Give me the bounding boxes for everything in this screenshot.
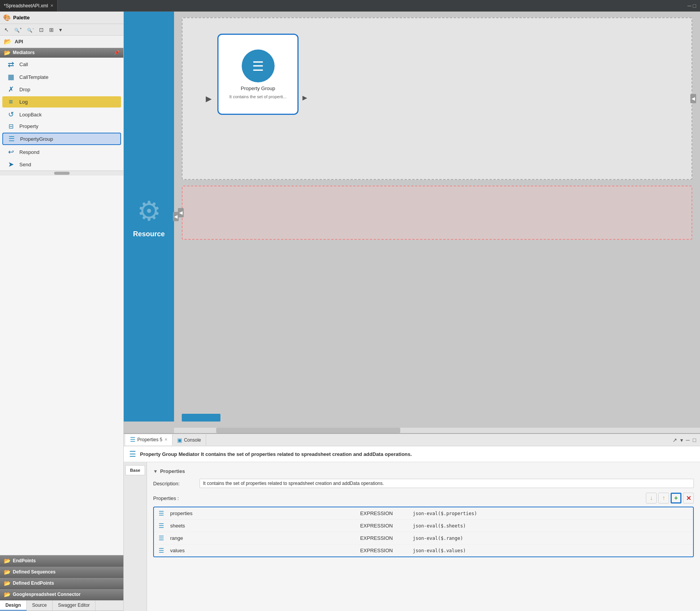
row-value-properties: json-eval($.properties) bbox=[413, 511, 688, 516]
arrow-out-icon: ▶ bbox=[302, 94, 307, 101]
lower-export-btn[interactable]: ↗ bbox=[672, 436, 678, 444]
properties-tab-label: Properties 5 bbox=[137, 437, 162, 442]
tab-source[interactable]: Source bbox=[27, 601, 53, 611]
minimize-btn[interactable]: ─ bbox=[688, 3, 691, 9]
property-label: Property bbox=[19, 123, 38, 129]
description-input[interactable] bbox=[200, 479, 694, 488]
row-type-sheets: EXPRESSION bbox=[360, 523, 406, 529]
grid-btn[interactable]: ⊞ bbox=[47, 26, 56, 34]
row-icon-properties: ☰ bbox=[159, 510, 164, 517]
api-folder-icon: 📂 bbox=[4, 38, 12, 45]
resource-gear-icon: ⚙ bbox=[137, 195, 161, 227]
api-section[interactable]: 📂 API bbox=[0, 36, 123, 48]
palette-item-loopback[interactable]: ↺ LoopBack bbox=[0, 108, 123, 121]
properties-tab-icon: ☰ bbox=[130, 436, 135, 443]
defined-sequences-section[interactable]: 📂 Defined Sequences bbox=[0, 567, 123, 578]
mediators-section-header[interactable]: 📂 Mediators 📌 bbox=[0, 48, 123, 58]
palette-toolbar: ↖ 🔍+ 🔍- ⊡ ⊞ ▾ bbox=[0, 24, 123, 36]
tab-bar: *SpreadsheetAPI.xml ✕ ─ □ bbox=[0, 0, 700, 12]
properties-actions-row: Properties : ↓ ↑ + ✕ bbox=[153, 493, 694, 503]
connector-section[interactable]: 📂 Googlespreadsheet Connector bbox=[0, 589, 123, 600]
resource-block: ⚙ Resource ◀ bbox=[124, 12, 174, 422]
resource-bottom-bar bbox=[182, 414, 220, 422]
endpoints-section[interactable]: 📂 EndPoints bbox=[0, 555, 123, 567]
palette-item-property[interactable]: ⊟ Property bbox=[0, 121, 123, 132]
lower-menu-btn[interactable]: ▾ bbox=[680, 436, 684, 444]
palette-scroll-thumb bbox=[54, 172, 70, 175]
respond-icon: ↩ bbox=[6, 148, 15, 156]
call-label: Call bbox=[19, 61, 28, 67]
file-tab-label: *SpreadsheetAPI.xml bbox=[4, 3, 48, 9]
bottom-flow-box: ◀ bbox=[182, 186, 692, 240]
desc-icon: ☰ bbox=[129, 449, 136, 459]
pg-node-icon: ☰ bbox=[242, 49, 275, 82]
editor-tabs: Design Source Swagger Editor bbox=[0, 600, 123, 611]
table-row[interactable]: ☰ properties EXPRESSION json-eval($.prop… bbox=[154, 507, 693, 520]
row-name-range: range bbox=[170, 535, 354, 541]
file-tab[interactable]: *SpreadsheetAPI.xml ✕ bbox=[0, 0, 58, 11]
pin-btn[interactable]: 📌 bbox=[114, 50, 120, 55]
row-name-sheets: sheets bbox=[170, 523, 354, 529]
add-property-btn[interactable]: + bbox=[671, 493, 681, 503]
drop-icon: ✗ bbox=[6, 85, 15, 94]
loopback-label: LoopBack bbox=[19, 112, 42, 118]
select-tool-btn[interactable]: ↖ bbox=[2, 26, 11, 34]
move-down-btn[interactable]: ↓ bbox=[646, 493, 657, 503]
canvas-area: ⚙ Resource ◀ ▶ ▶ ☰ bbox=[124, 12, 700, 433]
maximize-btn[interactable]: □ bbox=[693, 3, 696, 9]
tab-design[interactable]: Design bbox=[0, 601, 27, 611]
lower-maximize-btn[interactable]: □ bbox=[692, 436, 697, 444]
description-row: Description: bbox=[153, 479, 694, 488]
remove-property-btn[interactable]: ✕ bbox=[683, 493, 694, 503]
palette-item-respond[interactable]: ↩ Respond bbox=[0, 146, 123, 158]
console-tab[interactable]: ▣ Console bbox=[172, 434, 206, 445]
base-sidebar-tab[interactable]: Base bbox=[125, 465, 145, 475]
table-row[interactable]: ☰ range EXPRESSION json-eval($.range) bbox=[154, 532, 693, 544]
defined-sequences-label: Defined Sequences bbox=[13, 569, 56, 575]
properties-tab[interactable]: ☰ Properties 5 ✕ bbox=[125, 434, 172, 445]
bottom-sections: 📂 EndPoints 📂 Defined Sequences 📂 Define… bbox=[0, 555, 123, 600]
lower-minimize-btn[interactable]: ─ bbox=[685, 436, 691, 444]
extra-btn[interactable]: ▾ bbox=[57, 26, 64, 34]
palette-item-propertygroup[interactable]: ☰ PropertyGroup bbox=[2, 133, 121, 145]
palette-item-send[interactable]: ➤ Send bbox=[0, 158, 123, 171]
palette-scroll-indicator bbox=[0, 171, 123, 176]
defined-endpoints-label: Defined EndPoints bbox=[13, 580, 54, 586]
calltemplate-icon: ▦ bbox=[6, 73, 15, 81]
lower-tabs-row: ☰ Properties 5 ✕ ▣ Console ↗ ▾ ─ □ bbox=[124, 434, 700, 446]
row-type-values: EXPRESSION bbox=[360, 548, 406, 553]
pg-node-sublabel: It contains the set of properti... bbox=[229, 94, 287, 99]
property-icon: ⊟ bbox=[6, 123, 15, 130]
palette-item-drop[interactable]: ✗ Drop bbox=[0, 83, 123, 96]
palette-item-calltemplate[interactable]: ▦ CallTemplate bbox=[0, 71, 123, 83]
defined-endpoints-section[interactable]: 📂 Defined EndPoints bbox=[0, 578, 123, 589]
collapse-arrow-right[interactable]: ◀ bbox=[690, 94, 696, 103]
endpoints-label: EndPoints bbox=[13, 558, 36, 563]
palette-items-list: ⇄ Call ▦ CallTemplate ✗ Drop ≡ Log bbox=[0, 58, 123, 555]
move-up-btn[interactable]: ↑ bbox=[658, 493, 669, 503]
tab-close-icon[interactable]: ✕ bbox=[50, 3, 53, 8]
zoom-out-btn[interactable]: 🔍- bbox=[25, 26, 36, 34]
property-group-node[interactable]: ☰ Property Group It contains the set of … bbox=[217, 34, 299, 115]
table-row[interactable]: ☰ values EXPRESSION json-eval($.values) bbox=[154, 544, 693, 556]
palette-icon: 🎨 bbox=[3, 14, 11, 21]
left-panel: 🎨 Palette ↖ 🔍+ 🔍- ⊡ ⊞ ▾ 📂 API 📂 bbox=[0, 12, 124, 611]
zoom-in-btn[interactable]: 🔍+ bbox=[12, 26, 24, 34]
lower-panel: ☰ Properties 5 ✕ ▣ Console ↗ ▾ ─ □ bbox=[124, 433, 700, 611]
properties-tab-close[interactable]: ✕ bbox=[164, 437, 167, 442]
mediators-label: Mediators bbox=[13, 50, 35, 55]
lower-content: Base ▼ Properties Description: bbox=[124, 462, 700, 611]
h-scrollbar[interactable] bbox=[174, 428, 700, 433]
endpoints-folder-icon: 📂 bbox=[4, 558, 10, 564]
row-icon-values: ☰ bbox=[159, 547, 164, 554]
collapse-arrow-bottom-left[interactable]: ◀ bbox=[178, 208, 184, 217]
tab-swagger[interactable]: Swagger Editor bbox=[53, 601, 96, 611]
palette-item-call[interactable]: ⇄ Call bbox=[0, 58, 123, 71]
top-flow-box: ▶ ▶ ☰ Property Group It contains the set… bbox=[182, 17, 692, 180]
calltemplate-label: CallTemplate bbox=[19, 74, 48, 80]
table-row[interactable]: ☰ sheets EXPRESSION json-eval($.sheets) bbox=[154, 520, 693, 532]
fit-btn[interactable]: ⊡ bbox=[37, 26, 46, 34]
api-label: API bbox=[15, 39, 23, 44]
expand-arrow-icon[interactable]: ▼ bbox=[153, 469, 158, 474]
palette-item-log[interactable]: ≡ Log bbox=[2, 96, 121, 108]
